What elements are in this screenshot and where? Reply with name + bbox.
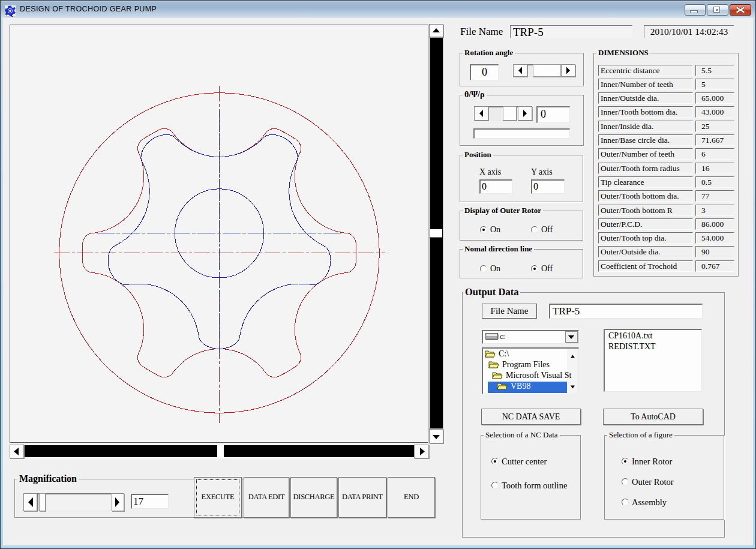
svg-text:c: c [11,13,14,17]
